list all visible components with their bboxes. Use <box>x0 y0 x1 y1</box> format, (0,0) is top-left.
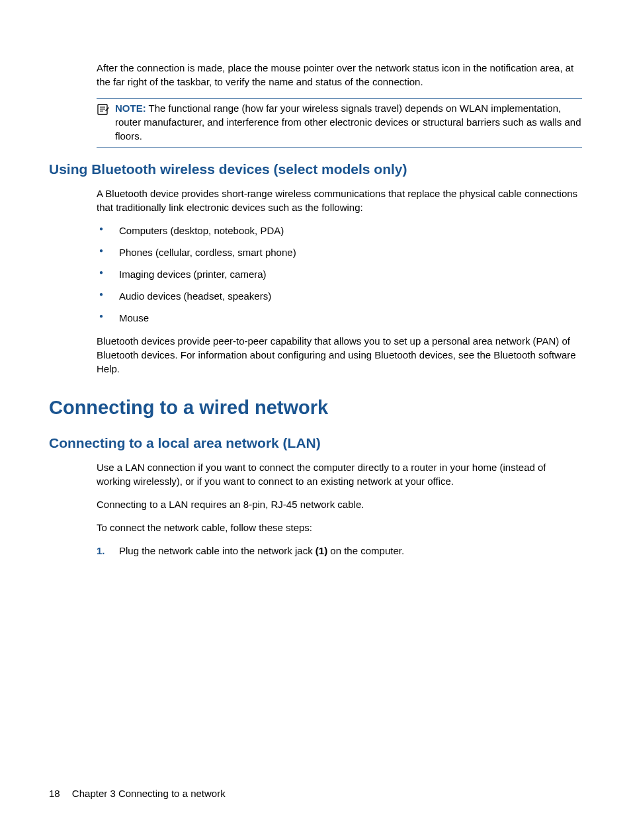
bluetooth-heading: Using Bluetooth wireless devices (select… <box>49 159 582 179</box>
bluetooth-list: Computers (desktop, notebook, PDA) Phone… <box>97 224 582 325</box>
lan-heading: Connecting to a local area network (LAN) <box>49 433 582 452</box>
wired-heading: Connecting to a wired network <box>49 394 582 421</box>
step-item: 1. Plug the network cable into the netwo… <box>97 544 582 558</box>
list-item: Mouse <box>97 311 582 325</box>
list-item: Audio devices (headset, speakers) <box>97 289 582 303</box>
intro-paragraph: After the connection is made, place the … <box>97 61 582 89</box>
bluetooth-para1: A Bluetooth device provides short-range … <box>97 187 582 214</box>
bluetooth-para2: Bluetooth devices provide peer-to-peer c… <box>97 334 582 376</box>
note-icon <box>97 103 111 119</box>
list-item: Phones (cellular, cordless, smart phone) <box>97 245 582 259</box>
chapter-title: Chapter 3 Connecting to a network <box>72 788 226 799</box>
note-label: NOTE: <box>115 103 146 114</box>
page-number: 18 <box>49 788 60 799</box>
step-text-post: on the computer. <box>327 545 404 556</box>
step-text-pre: Plug the network cable into the network … <box>119 545 316 556</box>
step-text-bold: (1) <box>316 545 327 556</box>
note-text: The functional range (how far your wirel… <box>115 103 581 142</box>
note-box: NOTE: The functional range (how far your… <box>97 98 582 147</box>
note-content: NOTE: The functional range (how far your… <box>115 101 582 143</box>
list-item: Computers (desktop, notebook, PDA) <box>97 224 582 237</box>
lan-para2: Connecting to a LAN requires an 8-pin, R… <box>97 497 582 511</box>
lan-para1: Use a LAN connection if you want to conn… <box>97 460 582 488</box>
step-number: 1. <box>97 544 105 558</box>
lan-para3: To connect the network cable, follow the… <box>97 521 582 534</box>
page-footer: 18 Chapter 3 Connecting to a network <box>49 786 226 800</box>
list-item: Imaging devices (printer, camera) <box>97 267 582 281</box>
lan-steps: 1. Plug the network cable into the netwo… <box>97 544 582 558</box>
